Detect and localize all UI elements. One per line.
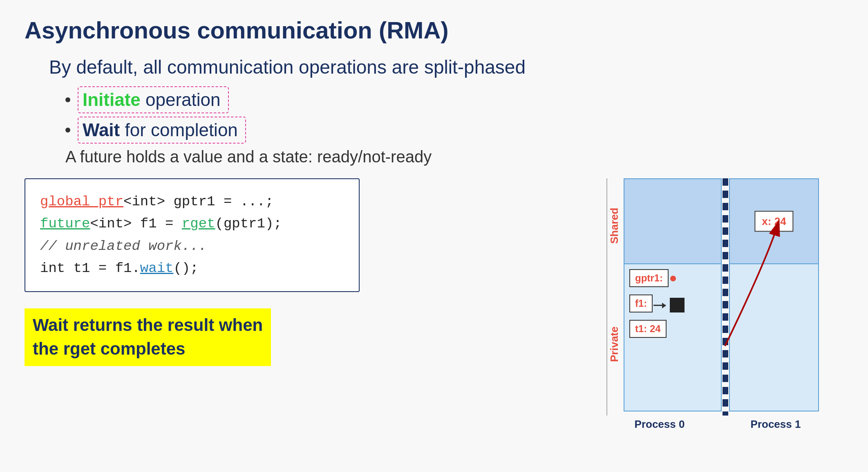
page-title: Asynchronous communication (RMA) <box>25 16 843 44</box>
x-value-box: x: 24 <box>754 211 793 232</box>
process-0-col: gptr1: f1: t1: 24 <box>624 178 722 416</box>
process-1-col: x: 24 <box>729 178 819 416</box>
bullet-2-rest: for completion <box>120 120 238 140</box>
code-line-4: int t1 = f1.wait(); <box>40 257 344 279</box>
bullet-item-1: Initiate operation <box>65 86 843 113</box>
future-note: A future holds a value and a state: read… <box>65 148 843 166</box>
bullet-dot-2 <box>65 128 70 133</box>
process-0-label: Process 0 <box>606 418 713 431</box>
shared-region-p0 <box>624 178 722 264</box>
dashed-divider <box>723 178 728 416</box>
bullet-1-rest: operation <box>141 90 221 110</box>
f1-row: f1: <box>629 294 716 316</box>
main-content: global_ptr<int> gptr1 = ...; future<int>… <box>25 178 843 431</box>
f1-arrow <box>653 305 666 306</box>
code-line4-start: int t1 = f1. <box>40 261 140 276</box>
bullet-item-2: Wait for completion <box>65 117 843 144</box>
t1-var: t1: 24 <box>629 320 667 338</box>
side-labels: Shared Private <box>606 178 621 416</box>
wait-keyword: Wait <box>83 120 120 140</box>
code-line-3: // unrelated work... <box>40 235 344 257</box>
highlight-box-2: Wait for completion <box>78 117 246 144</box>
gptr-dot <box>670 276 676 281</box>
code-box: global_ptr<int> gptr1 = ...; future<int>… <box>25 178 360 292</box>
private-region-p1 <box>729 264 819 411</box>
code-line-1: global_ptr<int> gptr1 = ...; <box>40 191 344 213</box>
process-labels: Process 0 Process 1 <box>606 418 843 431</box>
highlight-box-1: Initiate operation <box>78 86 229 113</box>
code-line2-mid: <int> f1 = <box>90 216 181 232</box>
highlight-text: Wait returns the result when the rget co… <box>25 308 271 366</box>
bullet-list: Initiate operation Wait for completion <box>65 86 843 144</box>
cube-icon <box>670 298 685 312</box>
private-region-p0: gptr1: f1: t1: 24 <box>624 264 722 411</box>
shared-region-p1: x: 24 <box>729 178 819 264</box>
subtitle: By default, all communication operations… <box>49 56 843 78</box>
bullet-dot-1 <box>65 97 70 102</box>
future-keyword: future <box>40 216 90 232</box>
highlight-line2: the rget completes <box>33 337 263 361</box>
process-1-label: Process 1 <box>727 418 825 431</box>
code-line1-rest: <int> gptr1 = ...; <box>123 194 273 209</box>
t1-box: t1: 24 <box>629 320 716 341</box>
code-line4-end: (); <box>173 261 198 276</box>
f1-var: f1: <box>629 294 653 312</box>
diagram: Shared Private gptr1: f1: <box>606 178 843 431</box>
columns-container: gptr1: f1: t1: 24 <box>624 178 819 416</box>
highlight-result: Wait returns the result when the rget co… <box>25 308 582 366</box>
initiate-keyword: Initiate <box>83 90 141 110</box>
shared-label: Shared <box>606 178 621 273</box>
left-side: global_ptr<int> gptr1 = ...; future<int>… <box>25 178 582 431</box>
code-line-2: future<int> f1 = rget(gptr1); <box>40 213 344 235</box>
highlight-line1: Wait returns the result when <box>33 313 263 337</box>
wait-func: wait <box>140 261 174 276</box>
private-label: Private <box>606 273 621 416</box>
rget-keyword: rget <box>182 216 215 232</box>
diagram-body: Shared Private gptr1: f1: <box>606 178 843 416</box>
global-ptr-keyword: global_ptr <box>40 194 123 209</box>
code-line2-end: (gptr1); <box>215 216 282 232</box>
gptr-box: gptr1: <box>629 269 716 290</box>
gptr-var: gptr1: <box>629 269 669 287</box>
